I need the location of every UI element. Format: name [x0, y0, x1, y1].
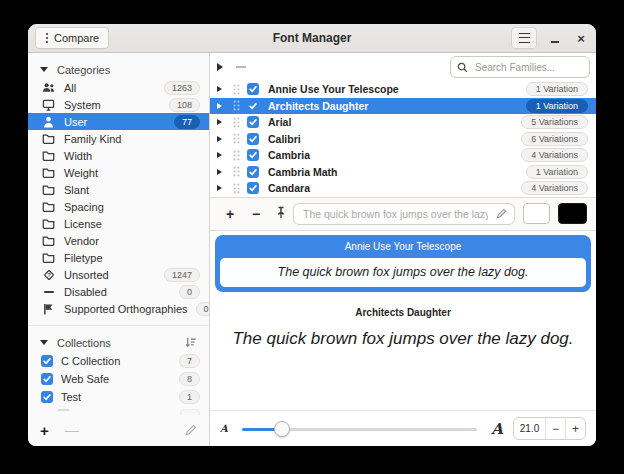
collection-item-clipped: [28, 406, 209, 418]
preview-sample-text[interactable]: The quick brown fox jumps over the lazy …: [215, 329, 591, 349]
checkbox-checked-icon[interactable]: [247, 182, 259, 194]
minimize-button[interactable]: [547, 29, 563, 47]
count-badge: 1: [179, 390, 200, 404]
edit-pencil-icon[interactable]: [185, 424, 197, 436]
checkbox-checked-icon[interactable]: [41, 373, 53, 385]
svg-text:?: ?: [47, 272, 51, 278]
sidebar-item-width[interactable]: Width: [28, 147, 209, 164]
preview-family-name: Architects Daughter: [215, 307, 591, 318]
add-collection-button[interactable]: +: [40, 423, 49, 438]
checkbox-checked-icon[interactable]: [247, 116, 259, 128]
background-color-swatch[interactable]: [558, 203, 587, 224]
variations-badge: 4 Variations: [521, 181, 588, 195]
preview-text-input[interactable]: [301, 207, 490, 221]
expander-icon[interactable]: [217, 86, 227, 92]
collections-header[interactable]: Collections: [28, 333, 209, 352]
compare-button[interactable]: Compare: [35, 27, 109, 49]
drag-handle-icon[interactable]: [233, 150, 240, 161]
drag-handle-icon[interactable]: [233, 183, 240, 194]
expander-icon[interactable]: [217, 152, 227, 158]
expander-icon[interactable]: [217, 136, 227, 142]
sidebar-item-unsorted[interactable]: ? Unsorted 1247: [28, 266, 209, 283]
drag-handle-icon[interactable]: [233, 84, 240, 95]
folder-icon: [41, 218, 56, 229]
drag-handle-icon[interactable]: [233, 100, 240, 111]
remove-collection-button[interactable]: —: [65, 423, 79, 437]
font-size-spinbox[interactable]: 21.0 − +: [513, 417, 586, 440]
sidebar-item-disabled[interactable]: Disabled 0: [28, 283, 209, 300]
slider-handle[interactable]: [274, 421, 290, 437]
count-badge: 7: [179, 354, 200, 368]
checkbox-checked-icon[interactable]: [41, 391, 53, 403]
sidebar-item-supported-orthographies[interactable]: Supported Orthographies 0: [28, 300, 209, 317]
collections-action-bar: + —: [28, 418, 209, 446]
search-input[interactable]: [473, 61, 583, 74]
titlebar[interactable]: Compare Font Manager ×: [28, 24, 596, 53]
drag-handle-icon[interactable]: [233, 166, 240, 177]
vertical-dots-icon: [46, 37, 48, 39]
people-icon: [41, 82, 56, 93]
preview-sample-text: The quick brown fox jumps over the lazy …: [220, 258, 586, 287]
sidebar-item-weight[interactable]: Weight: [28, 164, 209, 181]
collection-item-web-safe[interactable]: Web Safe 8: [28, 370, 209, 388]
checkbox-checked-icon[interactable]: [247, 100, 259, 112]
sidebar-item-filetype[interactable]: Filetype: [28, 249, 209, 266]
count-badge: 1247: [164, 268, 200, 282]
font-row-candara[interactable]: Candara 4 Variations: [210, 180, 596, 197]
font-row-cambria[interactable]: Cambria 4 Variations: [210, 147, 596, 164]
collections-header-label: Collections: [57, 337, 111, 349]
expander-icon[interactable]: [217, 119, 227, 125]
expander-icon[interactable]: [217, 185, 227, 191]
sidebar-item-license[interactable]: License: [28, 215, 209, 232]
select-all-dash-icon[interactable]: [236, 66, 246, 68]
sidebar-item-spacing[interactable]: Spacing: [28, 198, 209, 215]
close-button[interactable]: ×: [573, 29, 589, 47]
categories-header-label: Categories: [57, 64, 110, 76]
font-row-annie-use-your-telescope[interactable]: Annie Use Your Telescope 1 Variation: [210, 81, 596, 98]
checkbox-checked-icon[interactable]: [247, 133, 259, 145]
preview-text-entry[interactable]: [293, 203, 515, 225]
expander-icon[interactable]: [217, 169, 227, 175]
font-row-cambria-math[interactable]: Cambria Math 1 Variation: [210, 164, 596, 181]
monitor-icon: [41, 99, 56, 111]
font-size-value[interactable]: 21.0: [514, 423, 545, 434]
remove-compare-button[interactable]: −: [245, 206, 267, 222]
drag-handle-icon[interactable]: [233, 133, 240, 144]
collection-item-c-collection[interactable]: C Collection 7: [28, 352, 209, 370]
preview-card-selected[interactable]: Annie Use Your Telescope The quick brown…: [215, 235, 591, 292]
drag-handle-icon[interactable]: [233, 117, 240, 128]
collection-item-test[interactable]: Test 1: [28, 388, 209, 406]
count-badge: 108: [169, 98, 200, 112]
decrease-size-button[interactable]: −: [545, 418, 565, 439]
checkbox-checked-icon[interactable]: [247, 166, 259, 178]
sidebar-item-vendor[interactable]: Vendor: [28, 232, 209, 249]
font-row-architects-daughter[interactable]: Architects Daughter 1 Variation: [210, 98, 596, 115]
categories-header[interactable]: Categories: [28, 60, 209, 79]
sidebar-item-user[interactable]: User 77: [28, 113, 209, 130]
font-manager-window: Compare Font Manager × Categories: [28, 24, 596, 446]
font-family-list: Annie Use Your Telescope 1 Variation Arc…: [210, 81, 596, 197]
folder-icon: [41, 133, 56, 144]
large-size-icon: A: [491, 420, 503, 438]
sidebar-item-slant[interactable]: Slant: [28, 181, 209, 198]
expander-icon[interactable]: [217, 103, 227, 109]
increase-size-button[interactable]: +: [565, 418, 585, 439]
edit-pencil-icon[interactable]: [496, 208, 507, 219]
add-compare-button[interactable]: +: [219, 206, 241, 222]
font-size-slider[interactable]: [242, 421, 478, 437]
checkbox-checked-icon[interactable]: [247, 83, 259, 95]
sort-button[interactable]: [184, 336, 197, 349]
flag-icon: [41, 303, 56, 315]
font-row-arial[interactable]: Arial 5 Variations: [210, 114, 596, 131]
app-menu-button[interactable]: [511, 27, 537, 49]
expander-icon[interactable]: [217, 63, 223, 71]
checkbox-checked-icon[interactable]: [41, 355, 53, 367]
search-families-box[interactable]: [450, 56, 590, 78]
sidebar-item-system[interactable]: System 108: [28, 96, 209, 113]
sidebar-item-family-kind[interactable]: Family Kind: [28, 130, 209, 147]
sidebar-item-all[interactable]: All 1263: [28, 79, 209, 96]
pin-icon[interactable]: [275, 205, 287, 223]
foreground-color-swatch[interactable]: [523, 203, 550, 224]
font-row-calibri[interactable]: Calibri 6 Variations: [210, 131, 596, 148]
checkbox-checked-icon[interactable]: [247, 149, 259, 161]
